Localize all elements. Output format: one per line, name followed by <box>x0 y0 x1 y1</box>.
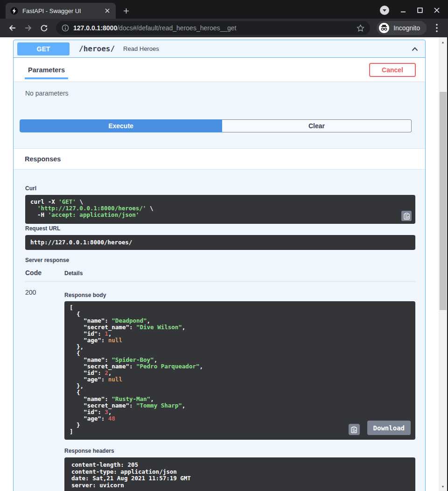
site-info-icon[interactable] <box>62 24 69 32</box>
tab-parameters: Parameters <box>25 58 68 82</box>
reload-button[interactable] <box>37 21 50 35</box>
bookmark-star-icon[interactable] <box>357 24 364 32</box>
copy-response-button[interactable] <box>349 424 360 435</box>
responses-body: Curl curl -X 'GET' \ 'http://127.0.0.1:8… <box>14 170 425 491</box>
tab-title: FastAPI - Swagger UI <box>22 7 104 14</box>
curl-block: curl -X 'GET' \ 'http://127.0.0.1:8000/h… <box>25 195 415 224</box>
maximize-button[interactable] <box>417 7 423 13</box>
response-row-200: 200 Response body [ { "name": "Deadpond"… <box>25 282 415 491</box>
request-url-label: Request URL <box>25 225 60 232</box>
incognito-label: Incognito <box>393 24 420 32</box>
opblock-summary[interactable]: GET /heroes/ Read Heroes <box>14 40 425 58</box>
url-host: 127.0.0.1:8000 <box>73 24 117 32</box>
scrollbar[interactable]: ▲ ▼ <box>439 37 447 491</box>
browser-menu-button[interactable] <box>431 21 442 35</box>
curl-label: Curl <box>25 185 36 192</box>
response-headers-block: content-length: 205content-type: applica… <box>64 457 415 491</box>
window-close-button[interactable] <box>434 7 440 13</box>
scrollbar-up-arrow[interactable]: ▲ <box>439 38 447 46</box>
execute-row: Execute Clear <box>14 119 425 132</box>
browser-tab[interactable]: FastAPI - Swagger UI <box>6 3 116 19</box>
fastapi-favicon-icon <box>10 7 18 15</box>
scrollbar-down-arrow[interactable]: ▼ <box>439 483 447 490</box>
incognito-icon <box>378 22 390 34</box>
endpoint-path: /heroes/ <box>79 44 115 53</box>
minimize-button[interactable] <box>400 7 406 13</box>
responses-title: Responses <box>25 155 61 163</box>
swagger-page: GET /heroes/ Read Heroes Parameters Canc… <box>0 37 448 491</box>
request-url-block: http://127.0.0.1:8000/heroes/ <box>25 235 415 250</box>
response-body-label: Response body <box>64 292 415 298</box>
incognito-badge: Incognito <box>377 21 427 35</box>
parameters-header-row: Parameters Cancel <box>14 58 425 82</box>
endpoint-summary: Read Heroes <box>123 45 159 52</box>
copy-curl-button[interactable] <box>401 211 412 221</box>
download-button[interactable]: Download <box>367 421 411 435</box>
tab-search-button[interactable] <box>380 6 389 15</box>
execute-button[interactable]: Execute <box>20 119 222 132</box>
details-column-header: Details <box>64 270 83 277</box>
caret-down-icon <box>383 9 386 12</box>
scrollbar-thumb[interactable] <box>440 92 447 310</box>
new-tab-button[interactable] <box>119 4 133 17</box>
clipboard-icon <box>351 426 357 433</box>
response-headers-label: Response headers <box>64 448 415 454</box>
response-headers-code: content-length: 205content-type: applica… <box>71 462 408 489</box>
collapse-chevron-icon[interactable] <box>411 46 419 52</box>
no-parameters-text: No parameters <box>25 90 69 97</box>
clear-button[interactable]: Clear <box>222 119 412 132</box>
response-body-block: [ { "name": "Deadpond", "secret_name": "… <box>64 301 415 440</box>
tab-close-icon[interactable] <box>104 7 111 14</box>
curl-code: curl -X 'GET' \ 'http://127.0.0.1:8000/h… <box>30 199 410 218</box>
method-badge: GET <box>17 42 70 55</box>
parameters-body: No parameters <box>14 82 425 119</box>
server-response-table: Code Details 200 Response body [ { "name… <box>25 269 415 491</box>
url-bar[interactable]: 127.0.0.1:8000/docs#/default/read_heroes… <box>56 21 370 35</box>
response-body-json: [ { "name": "Deadpond", "secret_name": "… <box>70 304 410 435</box>
request-url-value: http://127.0.0.1:8000/heroes/ <box>30 239 132 246</box>
code-column-header: Code <box>25 269 42 277</box>
url-path: /docs#/default/read_heroes_heroes__get <box>117 24 236 32</box>
parameters-tab-label: Parameters <box>28 66 65 74</box>
forward-button[interactable] <box>21 21 35 35</box>
browser-toolbar: 127.0.0.1:8000/docs#/default/read_heroes… <box>0 19 448 37</box>
cancel-button[interactable]: Cancel <box>369 63 416 77</box>
responses-header: Responses <box>14 148 425 170</box>
back-button[interactable] <box>6 21 19 35</box>
opblock-get-heroes: GET /heroes/ Read Heroes Parameters Canc… <box>13 40 426 491</box>
tab-strip: FastAPI - Swagger UI <box>0 0 448 19</box>
clipboard-icon <box>404 213 410 220</box>
status-code: 200 <box>25 289 36 296</box>
server-response-label: Server response <box>25 257 69 263</box>
